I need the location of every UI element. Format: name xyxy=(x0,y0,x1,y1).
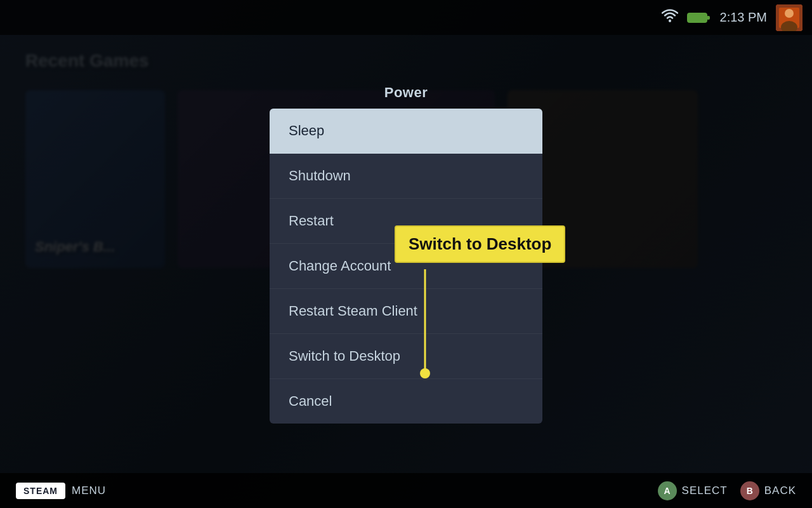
menu-item-switch-to-desktop[interactable]: Switch to Desktop xyxy=(270,334,542,379)
menu-item-restart-steam[interactable]: Restart Steam Client xyxy=(270,289,542,334)
menu-item-shutdown[interactable]: Shutdown xyxy=(270,154,542,199)
b-button[interactable]: B xyxy=(740,481,759,500)
back-button-group: B BACK xyxy=(740,481,796,500)
menu-item-sleep[interactable]: Sleep xyxy=(270,109,542,154)
select-label: SELECT xyxy=(682,485,728,497)
controller-buttons: A SELECT B BACK xyxy=(658,481,796,500)
steam-button-group: STEAM MENU xyxy=(16,483,106,499)
clock: 2:13 PM xyxy=(720,10,767,25)
svg-rect-1 xyxy=(688,13,707,22)
avatar-image xyxy=(776,4,802,31)
top-bar: 2:13 PM xyxy=(0,0,812,35)
dialog-menu: Sleep Shutdown Restart Change Account Re… xyxy=(270,109,542,424)
wifi-icon xyxy=(662,9,678,27)
a-button[interactable]: A xyxy=(658,481,677,500)
steam-button[interactable]: STEAM xyxy=(16,483,65,499)
avatar xyxy=(776,4,802,31)
back-label: BACK xyxy=(764,485,796,497)
bottom-bar: STEAM MENU A SELECT B BACK xyxy=(0,473,812,508)
menu-item-restart[interactable]: Restart xyxy=(270,199,542,244)
menu-label: MENU xyxy=(72,485,106,497)
status-icons: 2:13 PM xyxy=(662,4,802,31)
power-dialog: Power Sleep Shutdown Restart Change Acco… xyxy=(270,84,542,424)
menu-item-change-account[interactable]: Change Account xyxy=(270,244,542,289)
svg-point-0 xyxy=(669,20,671,22)
svg-point-5 xyxy=(785,9,794,18)
menu-item-cancel[interactable]: Cancel xyxy=(270,379,542,424)
dialog-title: Power xyxy=(270,84,542,101)
svg-rect-2 xyxy=(707,16,710,20)
select-button-group: A SELECT xyxy=(658,481,728,500)
battery-icon xyxy=(687,11,711,24)
